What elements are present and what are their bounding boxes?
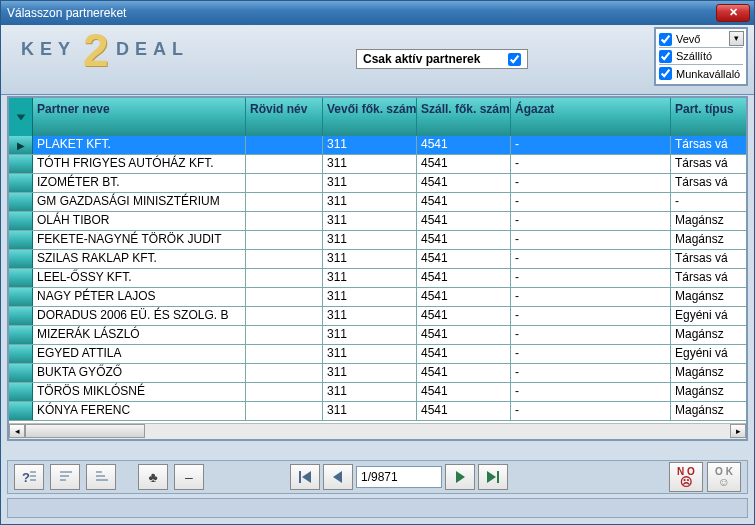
table-row[interactable]: LEEL-ŐSSY KFT.3114541-Társas vá bbox=[9, 269, 746, 288]
cell-vev: 311 bbox=[323, 193, 417, 211]
scroll-right-icon[interactable]: ▸ bbox=[730, 424, 746, 438]
active-partners-checkbox[interactable] bbox=[508, 53, 521, 66]
logo: KEY2DEAL bbox=[21, 39, 189, 60]
cell-short bbox=[246, 364, 323, 382]
row-header[interactable] bbox=[9, 288, 33, 306]
row-header[interactable] bbox=[9, 174, 33, 192]
col-header-name[interactable]: Partner neve bbox=[33, 98, 246, 136]
row-header[interactable] bbox=[9, 250, 33, 268]
grid-body: PLAKET KFT.3114541-Társas váTÓTH FRIGYES… bbox=[9, 136, 746, 426]
cell-agaz: - bbox=[511, 288, 671, 306]
col-header-short[interactable]: Rövid név bbox=[246, 98, 323, 136]
cell-short bbox=[246, 326, 323, 344]
page-position-input[interactable] bbox=[356, 466, 442, 488]
scroll-thumb[interactable] bbox=[25, 424, 145, 438]
cell-agaz: - bbox=[511, 231, 671, 249]
row-header[interactable] bbox=[9, 307, 33, 325]
cell-tip: Magánsz bbox=[671, 231, 746, 249]
cell-name: LEEL-ŐSSY KFT. bbox=[33, 269, 246, 287]
prev-page-button[interactable] bbox=[323, 464, 353, 490]
cell-short bbox=[246, 212, 323, 230]
table-row[interactable]: MIZERÁK LÁSZLÓ3114541-Magánsz bbox=[9, 326, 746, 345]
cell-name: BUKTA GYŐZŐ bbox=[33, 364, 246, 382]
cell-vev: 311 bbox=[323, 383, 417, 401]
row-header[interactable] bbox=[9, 231, 33, 249]
list-asc-button[interactable] bbox=[50, 464, 80, 490]
cell-name: NAGY PÉTER LAJOS bbox=[33, 288, 246, 306]
filter-munka-checkbox[interactable] bbox=[659, 67, 672, 80]
svg-marker-14 bbox=[456, 471, 465, 483]
cell-name: SZILAS RAKLAP KFT. bbox=[33, 250, 246, 268]
table-row[interactable]: TÖRÖS MIKLÓSNÉ3114541-Magánsz bbox=[9, 383, 746, 402]
active-partners-toggle[interactable]: Csak aktív partnerek bbox=[356, 49, 528, 69]
grid-corner-button[interactable] bbox=[9, 98, 33, 136]
filter-vevo-checkbox[interactable] bbox=[659, 33, 672, 46]
cell-szall: 4541 bbox=[417, 364, 511, 382]
table-row[interactable]: OLÁH TIBOR3114541-Magánsz bbox=[9, 212, 746, 231]
table-row[interactable]: GM GAZDASÁGI MINISZTÉRIUM3114541-- bbox=[9, 193, 746, 212]
grid-header: Partner neve Rövid név Vevői fők. szám S… bbox=[9, 98, 746, 136]
row-header[interactable] bbox=[9, 193, 33, 211]
col-header-vev[interactable]: Vevői fők. szám bbox=[323, 98, 417, 136]
cell-name: IZOMÉTER BT. bbox=[33, 174, 246, 192]
cell-short bbox=[246, 155, 323, 173]
row-header[interactable] bbox=[9, 345, 33, 363]
last-page-button[interactable] bbox=[478, 464, 508, 490]
cell-agaz: - bbox=[511, 364, 671, 382]
row-header[interactable] bbox=[9, 383, 33, 401]
table-row[interactable]: BUKTA GYŐZŐ3114541-Magánsz bbox=[9, 364, 746, 383]
col-header-agaz[interactable]: Ágazat bbox=[511, 98, 671, 136]
table-row[interactable]: EGYED ATTILA3114541-Egyéni vá bbox=[9, 345, 746, 364]
col-header-tip[interactable]: Part. típus bbox=[671, 98, 746, 136]
club-button[interactable]: ♣ bbox=[138, 464, 168, 490]
filter-szallito-checkbox[interactable] bbox=[659, 50, 672, 63]
table-row[interactable]: FEKETE-NAGYNÉ TÖRÖK JUDIT3114541-Magánsz bbox=[9, 231, 746, 250]
filter-dropdown-icon[interactable]: ▾ bbox=[729, 31, 744, 46]
table-row[interactable]: DORADUS 2006 EÜ. ÉS SZOLG. B3114541-Egyé… bbox=[9, 307, 746, 326]
row-header[interactable] bbox=[9, 402, 33, 420]
svg-marker-15 bbox=[487, 471, 496, 483]
cell-szall: 4541 bbox=[417, 136, 511, 154]
minus-button[interactable]: – bbox=[174, 464, 204, 490]
row-header[interactable] bbox=[9, 136, 33, 154]
row-header[interactable] bbox=[9, 364, 33, 382]
cell-agaz: - bbox=[511, 326, 671, 344]
list-desc-button[interactable] bbox=[86, 464, 116, 490]
close-button[interactable]: ✕ bbox=[716, 4, 750, 22]
table-row[interactable]: SZILAS RAKLAP KFT.3114541-Társas vá bbox=[9, 250, 746, 269]
row-header[interactable] bbox=[9, 212, 33, 230]
row-header[interactable] bbox=[9, 269, 33, 287]
table-row[interactable]: PLAKET KFT.3114541-Társas vá bbox=[9, 136, 746, 155]
ok-button[interactable]: O K ☺ bbox=[707, 462, 741, 492]
smile-icon: ☺ bbox=[718, 477, 730, 487]
table-row[interactable]: TÓTH FRIGYES AUTÓHÁZ KFT.3114541-Társas … bbox=[9, 155, 746, 174]
row-header[interactable] bbox=[9, 155, 33, 173]
cell-agaz: - bbox=[511, 250, 671, 268]
cell-tip: Magánsz bbox=[671, 288, 746, 306]
svg-marker-12 bbox=[302, 471, 311, 483]
next-page-button[interactable] bbox=[445, 464, 475, 490]
cell-name: TÖRÖS MIKLÓSNÉ bbox=[33, 383, 246, 401]
scroll-left-icon[interactable]: ◂ bbox=[9, 424, 25, 438]
horizontal-scrollbar[interactable]: ◂ ▸ bbox=[9, 423, 746, 439]
cell-agaz: - bbox=[511, 155, 671, 173]
help-button[interactable]: ? bbox=[14, 464, 44, 490]
cell-tip: Magánsz bbox=[671, 212, 746, 230]
row-header[interactable] bbox=[9, 326, 33, 344]
cell-short bbox=[246, 174, 323, 192]
cell-name: GM GAZDASÁGI MINISZTÉRIUM bbox=[33, 193, 246, 211]
cell-szall: 4541 bbox=[417, 345, 511, 363]
first-page-button[interactable] bbox=[290, 464, 320, 490]
table-row[interactable]: IZOMÉTER BT.3114541-Társas vá bbox=[9, 174, 746, 193]
cell-vev: 311 bbox=[323, 269, 417, 287]
cell-tip: Társas vá bbox=[671, 155, 746, 173]
cell-tip: Társas vá bbox=[671, 136, 746, 154]
no-button[interactable]: N O ☹ bbox=[669, 462, 703, 492]
cell-name: TÓTH FRIGYES AUTÓHÁZ KFT. bbox=[33, 155, 246, 173]
cell-agaz: - bbox=[511, 269, 671, 287]
cell-tip: Magánsz bbox=[671, 364, 746, 382]
col-header-szall[interactable]: Száll. fők. szám bbox=[417, 98, 511, 136]
table-row[interactable]: NAGY PÉTER LAJOS3114541-Magánsz bbox=[9, 288, 746, 307]
cell-szall: 4541 bbox=[417, 193, 511, 211]
table-row[interactable]: KÓNYA FERENC3114541-Magánsz bbox=[9, 402, 746, 421]
